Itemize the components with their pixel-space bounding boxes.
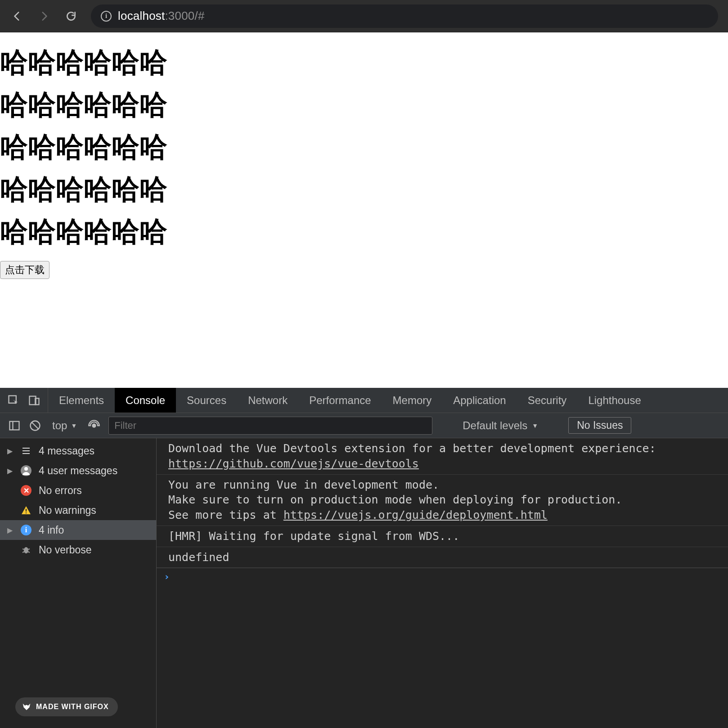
svg-point-7 [92,423,96,427]
console-output[interactable]: Download the Vue Devtools extension for … [157,438,728,728]
sidebar-item-label: No errors [39,485,82,497]
console-toolbar: top ▼ Default levels ▼ No Issues [0,413,728,438]
tab-sources[interactable]: Sources [176,388,237,413]
gifox-label: MADE WITH GIFOX [36,703,109,711]
svg-line-16 [28,549,30,549]
tab-network[interactable]: Network [237,388,298,413]
fox-icon [22,702,31,712]
svg-rect-3 [10,421,19,430]
sidebar-item-label: No warnings [39,504,96,517]
devtools-panel: Elements Console Sources Network Perform… [0,388,728,728]
console-prompt[interactable]: › [157,568,728,585]
tab-lighthouse[interactable]: Lighthouse [577,388,652,413]
page-content: 哈哈哈哈哈哈 哈哈哈哈哈哈 哈哈哈哈哈哈 哈哈哈哈哈哈 哈哈哈哈哈哈 点击下载 [0,32,728,388]
svg-point-14 [24,547,28,553]
console-message: Download the Vue Devtools extension for … [157,438,728,475]
url-path: /# [195,9,205,22]
sidebar-item-label: No verbose [39,544,92,556]
console-message: You are running Vue in development mode.… [157,475,728,526]
url-bar[interactable]: i localhost:3000/# [91,4,718,28]
url-host: localhost [118,9,165,22]
disclosure-triangle-icon: ▶ [7,526,13,535]
console-message: [HMR] Waiting for update signal from WDS… [157,526,728,547]
tab-console[interactable]: Console [115,388,176,413]
svg-point-11 [24,467,28,471]
svg-line-18 [28,552,30,553]
error-icon: ✕ [20,484,32,497]
chevron-down-icon: ▼ [532,422,538,429]
sidebar-item-label: 4 info [39,524,64,536]
reload-button[interactable] [64,9,78,23]
console-sidebar: ▶ 4 messages ▶ 4 user messages ▶ ✕ No er… [0,438,157,728]
tab-memory[interactable]: Memory [382,388,443,413]
log-levels-dropdown[interactable]: Default levels ▼ [456,419,545,432]
site-info-icon[interactable]: i [101,11,112,22]
svg-rect-12 [26,509,27,512]
console-text: Make sure to turn on production mode whe… [168,493,622,506]
devtools-tabstrip-left [0,388,48,413]
gifox-watermark: MADE WITH GIFOX [15,697,118,716]
download-button[interactable]: 点击下载 [0,261,49,279]
tab-performance[interactable]: Performance [298,388,382,413]
back-button[interactable] [10,9,24,23]
user-icon [20,464,32,477]
bug-icon [20,544,32,556]
console-filter-input[interactable] [108,417,432,435]
console-text: Download the Vue Devtools extension for … [168,442,656,455]
console-text: You are running Vue in development mode. [168,478,439,491]
browser-toolbar: i localhost:3000/# [0,0,728,32]
warning-icon [20,504,32,517]
device-toolbar-icon[interactable] [28,394,40,407]
text-row: 哈哈哈哈哈哈 [0,203,728,246]
sidebar-item-verbose[interactable]: ▶ No verbose [0,540,156,560]
sidebar-item-errors[interactable]: ▶ ✕ No errors [0,481,156,500]
toggle-sidebar-icon[interactable] [8,419,21,432]
console-message: undefined [157,547,728,568]
text-row: 哈哈哈哈哈哈 [0,161,728,203]
execution-context-dropdown[interactable]: top ▼ [49,419,80,432]
url-text: localhost:3000/# [118,9,205,23]
tab-application[interactable]: Application [442,388,517,413]
disclosure-triangle-icon: ▶ [7,467,13,475]
inspect-element-icon[interactable] [7,394,20,407]
console-link[interactable]: https://vuejs.org/guide/deployment.html [283,508,548,521]
prompt-caret-icon: › [164,571,170,582]
tab-elements[interactable]: Elements [48,388,115,413]
info-icon: i [20,524,32,536]
forward-button[interactable] [37,9,51,23]
sidebar-item-label: 4 messages [39,445,94,457]
sidebar-item-user-messages[interactable]: ▶ 4 user messages [0,461,156,481]
svg-rect-13 [26,512,27,513]
live-expression-icon[interactable] [88,419,100,432]
console-link[interactable]: https://github.com/vuejs/vue-devtools [168,457,419,470]
svg-line-17 [22,552,24,553]
chevron-down-icon: ▼ [71,422,77,429]
svg-line-15 [22,549,24,549]
sidebar-item-info[interactable]: ▶ i 4 info [0,520,156,540]
disclosure-triangle-icon: ▶ [7,447,13,455]
sidebar-item-label: 4 user messages [39,465,117,477]
context-label: top [52,419,67,432]
issues-button[interactable]: No Issues [568,417,631,434]
text-row: 哈哈哈哈哈哈 [0,76,728,119]
text-row: 哈哈哈哈哈哈 [0,32,728,76]
console-body: ▶ 4 messages ▶ 4 user messages ▶ ✕ No er… [0,438,728,728]
levels-label: Default levels [463,419,527,432]
sidebar-item-messages[interactable]: ▶ 4 messages [0,441,156,461]
tab-security[interactable]: Security [517,388,578,413]
sidebar-item-warnings[interactable]: ▶ No warnings [0,500,156,520]
list-icon [20,445,32,457]
devtools-tabstrip: Elements Console Sources Network Perform… [0,388,728,413]
url-port: :3000 [165,9,194,22]
clear-console-icon[interactable] [29,419,41,432]
console-text: See more tips at [168,508,283,521]
text-row: 哈哈哈哈哈哈 [0,119,728,161]
svg-line-6 [32,422,38,429]
